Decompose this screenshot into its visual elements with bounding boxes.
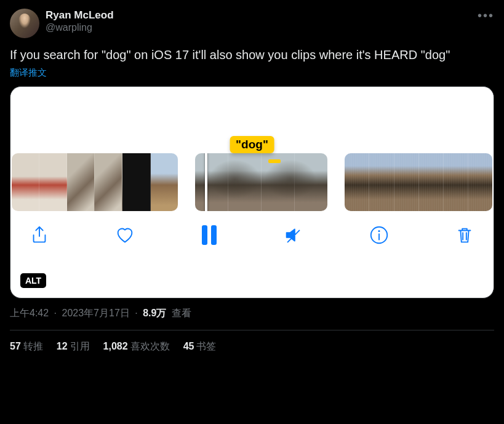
clip-frame [12, 153, 39, 211]
clip-frame [394, 153, 419, 211]
quotes-stat[interactable]: 12引用 [57, 340, 90, 353]
tweet-text: If you search for "dog" on iOS 17 it'll … [10, 47, 494, 63]
views-count: 8.9万 [143, 308, 166, 318]
translate-link[interactable]: 翻译推文 [10, 67, 494, 79]
clip-frame [95, 153, 122, 211]
handle: @warpling [46, 22, 114, 34]
retweets-stat[interactable]: 57转推 [10, 340, 43, 353]
clip-frame [67, 153, 95, 211]
info-icon[interactable] [369, 225, 390, 246]
heart-icon[interactable] [114, 225, 135, 246]
clip-group[interactable] [345, 153, 492, 211]
tweet-time[interactable]: 上午4:42 [10, 308, 49, 318]
pause-icon[interactable] [200, 225, 218, 245]
tweet-date[interactable]: 2023年7月17日 [62, 308, 130, 318]
trash-icon[interactable] [454, 225, 475, 246]
media-toolbar [10, 211, 494, 257]
clip-overlay [195, 153, 328, 211]
clip-frame [369, 153, 394, 211]
likes-stat[interactable]: 1,082喜欢次数 [103, 340, 170, 353]
clip-group[interactable] [12, 153, 178, 211]
alt-badge[interactable]: ALT [20, 273, 46, 288]
tweet-meta: 上午4:42 · 2023年7月17日 · 8.9万 查看 [10, 306, 494, 330]
video-timeline[interactable] [10, 153, 494, 211]
clip-frame [39, 153, 67, 211]
svg-point-1 [378, 230, 380, 232]
more-icon[interactable]: ••• [478, 9, 494, 23]
display-name: Ryan McLeod [46, 9, 114, 22]
avatar[interactable] [10, 9, 39, 38]
search-term-pill: "dog" [230, 136, 274, 153]
share-icon[interactable] [29, 225, 50, 246]
clip-frame [345, 153, 369, 211]
tweet-header: Ryan McLeod @warpling ••• [10, 9, 494, 38]
search-term-caret [268, 159, 281, 163]
clip-frame [122, 153, 150, 211]
author-block[interactable]: Ryan McLeod @warpling [46, 9, 114, 34]
views-label: 查看 [172, 308, 191, 318]
clip-group[interactable] [195, 153, 328, 211]
tweet-media[interactable]: "dog" [10, 86, 494, 298]
mute-icon[interactable] [283, 225, 304, 246]
playhead[interactable] [205, 153, 207, 211]
clip-frame [444, 153, 468, 211]
clip-frame [468, 153, 492, 211]
clip-frame [419, 153, 444, 211]
tweet-stats: 57转推 12引用 1,082喜欢次数 45书签 [10, 330, 494, 358]
clip-frame [151, 153, 178, 211]
bookmarks-stat[interactable]: 45书签 [183, 340, 217, 353]
